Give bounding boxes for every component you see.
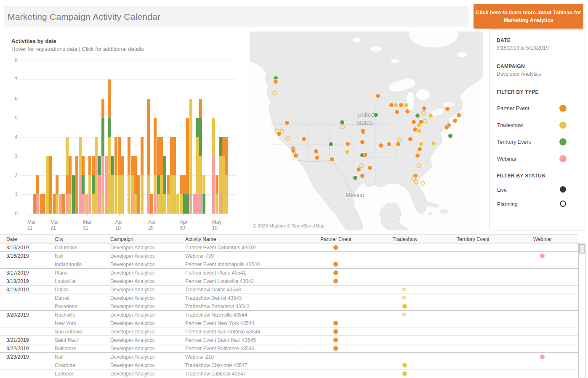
bar-segment-tradeshow[interactable] bbox=[222, 156, 225, 214]
map-event-dot-partner-live[interactable] bbox=[357, 167, 361, 172]
column-header-territory-event[interactable]: Territory Event bbox=[457, 236, 489, 242]
bar-segment-territory[interactable] bbox=[98, 156, 101, 175]
map-event-dot-partner-live[interactable] bbox=[274, 79, 278, 84]
bar-segment-partner[interactable] bbox=[154, 118, 157, 175]
map-event-dot-tradeshow-live[interactable] bbox=[345, 150, 350, 154]
bar-segment-tradeshow[interactable] bbox=[199, 156, 202, 194]
map-event-dot-partner-live[interactable] bbox=[396, 142, 401, 147]
table-row[interactable]: 3/20/2019NashvilleDeveloper AnalyticsTra… bbox=[0, 310, 578, 319]
table-row[interactable]: LubbockDeveloper AnalyticsTradeshow Lubb… bbox=[0, 369, 578, 378]
bar-segment-territory[interactable] bbox=[202, 194, 205, 214]
bar-segment-territory[interactable] bbox=[72, 175, 75, 214]
bar-segment-tradeshow[interactable] bbox=[95, 137, 98, 156]
type-filter-webinar[interactable]: Webinar bbox=[490, 155, 585, 164]
learn-more-button[interactable]: Click here to learn more about Tableau f… bbox=[474, 4, 583, 29]
bar-segment-webinar[interactable] bbox=[154, 194, 157, 214]
bar-segment-partner[interactable] bbox=[53, 194, 56, 214]
column-header-activity-name[interactable]: Activity Name bbox=[185, 236, 216, 242]
map-event-dot-partner-live[interactable] bbox=[346, 142, 350, 146]
table-row[interactable]: DetroitDeveloper AnalyticsTradeshow Detr… bbox=[0, 293, 578, 302]
map-event-dot-partner-live[interactable] bbox=[361, 129, 365, 133]
row-event-dot-tradeshow-live[interactable] bbox=[402, 363, 407, 367]
bar-segment-partner[interactable] bbox=[40, 194, 43, 214]
bar-segment-tradeshow[interactable] bbox=[163, 194, 166, 214]
bar-segment-tradeshow[interactable] bbox=[167, 194, 170, 214]
bar-segment-tradeshow[interactable] bbox=[92, 194, 95, 214]
bar-segment-territory[interactable] bbox=[108, 118, 111, 137]
bar-segment-webinar[interactable] bbox=[98, 175, 101, 214]
bar-segment-partner[interactable] bbox=[134, 156, 137, 194]
bar-segment-tradeshow[interactable] bbox=[170, 175, 173, 214]
status-filter-live[interactable]: Live bbox=[490, 186, 585, 195]
map-event-dot-partner-live[interactable] bbox=[399, 103, 404, 108]
row-event-dot-partner-live[interactable] bbox=[333, 346, 338, 351]
bar-segment-territory[interactable] bbox=[111, 156, 114, 175]
bar-segment-tradeshow[interactable] bbox=[121, 175, 124, 214]
row-event-dot-partner-live[interactable] bbox=[333, 245, 338, 250]
table-row[interactable]: 3/19/2019DallasDeveloper AnalyticsTrades… bbox=[0, 285, 578, 293]
bar-segment-tradeshow[interactable] bbox=[173, 175, 176, 214]
bar-segment-tradeshow[interactable] bbox=[189, 99, 192, 195]
bar-segment-territory[interactable] bbox=[196, 118, 199, 137]
map-event-dot-partner-live[interactable] bbox=[415, 153, 420, 158]
partner-legend-dot[interactable] bbox=[559, 105, 567, 112]
row-event-dot-partner-live[interactable] bbox=[333, 329, 338, 334]
type-filter-tradeshow[interactable]: Tradeshow bbox=[490, 122, 585, 130]
bar-segment-tradeshow[interactable] bbox=[79, 137, 82, 175]
map-event-dot-tradeshow-live[interactable] bbox=[417, 129, 422, 134]
map-event-dot-partner-live[interactable] bbox=[405, 109, 410, 114]
bar-segment-partner[interactable] bbox=[49, 156, 52, 214]
bar-segment-webinar[interactable] bbox=[105, 156, 108, 214]
map-event-dot-territory-live[interactable] bbox=[340, 120, 345, 125]
bar-segment-territory[interactable] bbox=[199, 118, 202, 156]
bar-segment-territory[interactable] bbox=[82, 175, 85, 195]
bar-segment-tradeshow[interactable] bbox=[111, 175, 114, 214]
bar-segment-tradeshow[interactable] bbox=[147, 175, 150, 195]
bar-segment-tradeshow[interactable] bbox=[56, 194, 59, 214]
bar-segment-tradeshow[interactable] bbox=[114, 175, 117, 214]
bar-segment-partner[interactable] bbox=[141, 137, 144, 175]
map-event-dot-partner-live[interactable] bbox=[395, 110, 399, 114]
table-row[interactable]: San AntonioDeveloper AnalyticsPartner Ev… bbox=[0, 327, 578, 336]
row-event-dot-tradeshow-planning[interactable] bbox=[402, 313, 406, 316]
live-legend-dot[interactable] bbox=[560, 186, 566, 193]
bar-segment-partner[interactable] bbox=[33, 194, 36, 214]
bar-segment-tradeshow[interactable] bbox=[131, 175, 134, 195]
activities-bar-chart[interactable] bbox=[20, 60, 236, 214]
map-event-dot-partner-live[interactable] bbox=[379, 143, 383, 148]
table-scrollbar[interactable] bbox=[578, 243, 585, 378]
map-event-dot-territory-live[interactable] bbox=[353, 176, 358, 180]
row-event-dot-partner-live[interactable] bbox=[333, 279, 338, 283]
map-event-dot-partner-live[interactable] bbox=[291, 148, 296, 153]
tradeshow-legend-dot[interactable] bbox=[559, 122, 567, 129]
table-row[interactable]: 3/17/2019PlanoDeveloper AnalyticsPartner… bbox=[0, 268, 578, 277]
bar-segment-tradeshow[interactable] bbox=[216, 194, 218, 214]
map-event-dot-tradeshow-live[interactable] bbox=[417, 123, 421, 128]
bar-segment-tradeshow[interactable] bbox=[180, 194, 183, 214]
map-event-dot-partner-live[interactable] bbox=[457, 113, 461, 118]
bar-segment-webinar[interactable] bbox=[199, 194, 202, 214]
bar-segment-tradeshow[interactable] bbox=[160, 175, 163, 214]
bar-segment-partner[interactable] bbox=[128, 137, 130, 175]
bar-segment-tradeshow[interactable] bbox=[85, 194, 88, 214]
row-event-dot-webinar-live[interactable] bbox=[540, 254, 545, 258]
bar-segment-partner[interactable] bbox=[75, 156, 78, 214]
row-event-dot-tradeshow-live[interactable] bbox=[402, 304, 407, 309]
map-event-dot-partner-live[interactable] bbox=[412, 120, 416, 124]
column-header-tradeshow[interactable]: Tradeshow bbox=[393, 236, 418, 242]
bar-segment-partner[interactable] bbox=[225, 137, 228, 175]
table-row[interactable]: 3/16/2019NullDeveloper AnalyticsWebinar … bbox=[0, 251, 578, 260]
map-event-dot-partner-live[interactable] bbox=[330, 157, 335, 162]
row-event-dot-partner-live[interactable] bbox=[333, 270, 338, 275]
bar-segment-tradeshow[interactable] bbox=[202, 175, 205, 195]
bar-segment-tradeshow[interactable] bbox=[69, 194, 72, 214]
map-event-dot-partner-live[interactable] bbox=[314, 149, 319, 154]
bar-segment-tradeshow[interactable] bbox=[46, 156, 49, 214]
planning-legend-dot[interactable] bbox=[560, 201, 566, 207]
table-row[interactable]: New YorkDeveloper AnalyticsPartner Event… bbox=[0, 319, 578, 327]
map-event-dot-territory-live[interactable] bbox=[374, 113, 378, 117]
map-event-dot-partner-live[interactable] bbox=[360, 174, 365, 178]
column-header-campaign[interactable]: Campaign bbox=[110, 236, 133, 242]
row-event-dot-partner-live[interactable] bbox=[333, 262, 338, 267]
bar-segment-webinar[interactable] bbox=[131, 194, 134, 214]
